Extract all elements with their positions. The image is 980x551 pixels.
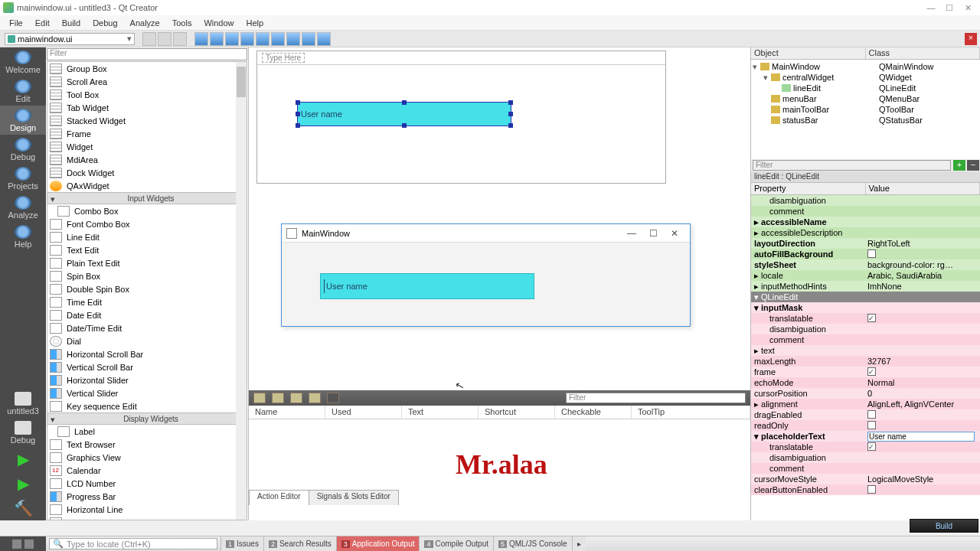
widget-time-edit[interactable]: Time Edit	[47, 295, 247, 308]
menu-build[interactable]: Build	[56, 17, 87, 29]
action-tool-icon[interactable]	[309, 393, 321, 403]
property-row[interactable]: layoutDirectionRightToLeft	[751, 238, 980, 249]
property-row[interactable]: translatable	[751, 442, 980, 452]
placeholder-text-input[interactable]	[867, 432, 975, 442]
menu-debug[interactable]: Debug	[87, 17, 123, 29]
action-tool-icon[interactable]	[272, 393, 284, 403]
mode-help[interactable]: Help	[0, 222, 46, 251]
property-row[interactable]: ▸ alignmentAlignLeft, AlignVCenter	[751, 399, 980, 409]
widget-dock-widget[interactable]: Dock Widget	[47, 166, 247, 179]
status-icon[interactable]	[24, 540, 34, 549]
property-row[interactable]: ▸ text	[751, 345, 980, 356]
property-row[interactable]: echoModeNormal	[751, 377, 980, 388]
action-tool-icon[interactable]	[327, 393, 339, 403]
menu-window[interactable]: Window	[198, 17, 240, 29]
property-row[interactable]: disambiguation	[751, 452, 980, 463]
maximize-button[interactable]: ☐	[940, 3, 959, 13]
resize-handle[interactable]	[402, 123, 407, 128]
widget-horizontal-scroll-bar[interactable]: Horizontal Scroll Bar	[47, 347, 247, 360]
object-row[interactable]: lineEditQLineEdit	[753, 83, 978, 93]
object-row[interactable]: mainToolBarQToolBar	[753, 104, 978, 115]
checkbox[interactable]	[867, 442, 876, 451]
resize-handle[interactable]	[296, 100, 300, 105]
object-row[interactable]: statusBarQStatusBar	[753, 115, 978, 126]
layout-btn[interactable]	[210, 32, 224, 46]
output-tab-issues[interactable]: 1Issues	[220, 536, 263, 551]
tool-btn[interactable]	[158, 32, 172, 46]
layout-btn[interactable]	[225, 32, 239, 46]
object-row[interactable]: menuBarQMenuBar	[753, 93, 978, 104]
property-row[interactable]: dragEnabled	[751, 409, 980, 420]
col-object[interactable]: Object	[751, 47, 866, 59]
widget-label[interactable]: Label	[55, 425, 247, 438]
menu-help[interactable]: Help	[240, 17, 270, 29]
preview-titlebar[interactable]: MainWindow — ☐ ✕	[282, 224, 690, 243]
resize-handle[interactable]	[296, 112, 300, 116]
property-row[interactable]: cursorPosition0	[751, 388, 980, 399]
mode-debug[interactable]: Debug	[0, 135, 46, 164]
build-button[interactable]: Build	[910, 519, 978, 533]
layout-btn[interactable]	[317, 32, 331, 46]
tab-signals-slots-editor[interactable]: Signals & Slots Editor	[309, 490, 399, 505]
property-row[interactable]: ▸ accessibleName	[751, 217, 980, 227]
widget-plain-text-edit[interactable]: Plain Text Edit	[47, 256, 247, 269]
widget-category[interactable]: ▾Input Widgets	[47, 192, 247, 204]
menu-tools[interactable]: Tools	[166, 17, 198, 29]
widget-progress-bar[interactable]: Progress Bar	[47, 490, 247, 503]
resize-handle[interactable]	[508, 100, 513, 105]
widget-horizontal-line[interactable]: Horizontal Line	[47, 503, 247, 516]
col-tooltip[interactable]: ToolTip	[632, 406, 750, 419]
widget-stacked-widget[interactable]: Stacked Widget	[47, 114, 247, 127]
widget-vertical-slider[interactable]: Vertical Slider	[47, 386, 247, 399]
remove-property-button[interactable]: −	[967, 160, 979, 171]
widget-qaxwidget[interactable]: QAxWidget	[47, 179, 247, 192]
tool-btn[interactable]	[173, 32, 187, 46]
object-row[interactable]: ▾centralWidgetQWidget	[753, 72, 978, 83]
checkbox[interactable]	[867, 485, 876, 494]
preview-close[interactable]: ✕	[664, 228, 685, 239]
form-menubar[interactable]: Type Here	[257, 51, 665, 65]
layout-btn[interactable]	[256, 32, 270, 46]
kit-untitled3[interactable]: untitled3	[0, 389, 46, 418]
widget-date/time-edit[interactable]: Date/Time Edit	[47, 321, 247, 334]
debug-run-button[interactable]: ▶	[11, 474, 34, 493]
run-button[interactable]: ▶	[11, 450, 34, 468]
widget-vertical-scroll-bar[interactable]: Vertical Scroll Bar	[47, 360, 247, 373]
property-row[interactable]: ▸ inputMethodHintsImhNone	[751, 281, 980, 292]
layout-btn[interactable]	[302, 32, 315, 46]
form-body[interactable]: User name	[257, 65, 665, 183]
action-filter[interactable]: Filter	[566, 393, 746, 403]
layout-btn[interactable]	[194, 32, 208, 46]
preview-lineedit[interactable]: User name	[320, 273, 534, 299]
close-editor-button[interactable]: ×	[965, 33, 977, 45]
checkbox[interactable]	[867, 410, 876, 419]
mode-welcome[interactable]: Welcome	[0, 47, 46, 77]
locator-input[interactable]: 🔍 Type to locate (Ctrl+K)	[49, 538, 217, 549]
property-row[interactable]: cursorMoveStyleLogicalMoveStyle	[751, 474, 980, 484]
close-button[interactable]: ✕	[959, 3, 977, 13]
col-shortcut[interactable]: Shortcut	[479, 406, 555, 419]
status-icon[interactable]	[12, 540, 21, 549]
col-name[interactable]: Name	[249, 406, 325, 419]
property-list[interactable]: disambiguationcomment▸ accessibleName▸ a…	[751, 195, 980, 520]
mode-edit[interactable]: Edit	[0, 77, 46, 106]
widget-frame[interactable]: Frame	[47, 127, 247, 140]
widget-widget[interactable]: Widget	[47, 140, 247, 153]
property-row[interactable]: ▸ localeArabic, SaudiArabia	[751, 270, 980, 281]
property-row[interactable]: disambiguation	[751, 324, 980, 334]
resize-handle[interactable]	[296, 123, 300, 128]
widget-tool-box[interactable]: Tool Box	[47, 88, 247, 101]
widget-category[interactable]: ▾Display Widgets	[47, 412, 247, 425]
type-here-placeholder[interactable]: Type Here	[262, 53, 305, 63]
property-row[interactable]: readOnly	[751, 420, 980, 431]
object-row[interactable]: ▾MainWindowQMainWindow	[753, 61, 978, 72]
widget-line-edit[interactable]: Line Edit	[47, 230, 247, 243]
widget-text-browser[interactable]: Text Browser	[47, 438, 247, 451]
file-selector[interactable]: mainwindow.ui ▾	[5, 33, 135, 45]
widget-lcd-number[interactable]: LCD Number	[47, 477, 247, 490]
widget-double-spin-box[interactable]: Double Spin Box	[47, 282, 247, 295]
object-tree[interactable]: ▾MainWindowQMainWindow▾centralWidgetQWid…	[751, 60, 980, 159]
preview-maximize[interactable]: ☐	[642, 228, 664, 239]
widget-scroll-area[interactable]: Scroll Area	[47, 75, 247, 88]
property-row[interactable]: comment	[751, 463, 980, 474]
